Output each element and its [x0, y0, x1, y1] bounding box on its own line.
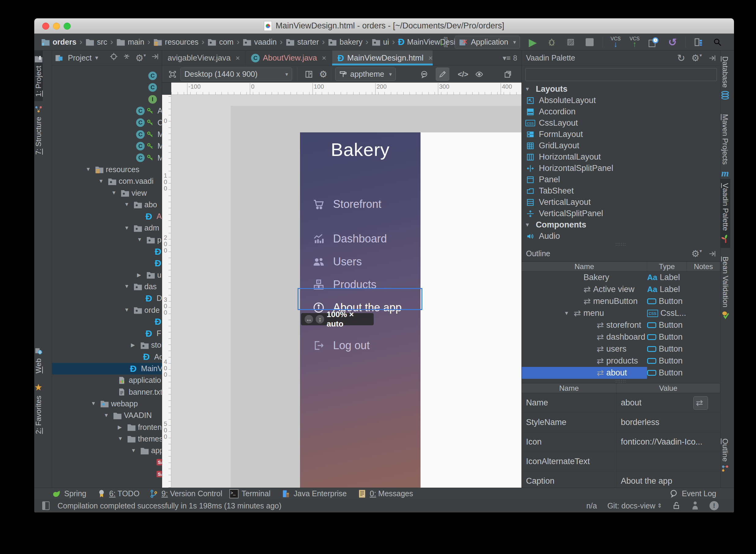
tool-stripe-button-outline[interactable]: Outline: [720, 434, 730, 478]
tree-item[interactable]: applicatio: [52, 375, 162, 386]
tree-item[interactable]: CM: [52, 140, 162, 152]
outline-row-about[interactable]: ⇄aboutButton: [522, 367, 720, 379]
breadcrumb-item[interactable]: resources: [153, 38, 199, 47]
bakery-menu-item-dashboard[interactable]: Dashboard: [312, 230, 387, 247]
tree-item[interactable]: ƉD: [52, 292, 162, 304]
palette-item-horizontalsplitpanel[interactable]: HorizontalSplitPanel: [522, 163, 720, 174]
breadcrumb-item[interactable]: bakery: [328, 38, 362, 47]
outline-row-dashboard[interactable]: ⇄dashboardButton: [522, 331, 720, 343]
tree-item[interactable]: CM: [52, 152, 162, 164]
property-value[interactable]: about⇄: [616, 393, 720, 412]
error-indicator-icon[interactable]: !: [709, 501, 719, 510]
outline-row-users[interactable]: ⇄usersButton: [522, 343, 720, 355]
tree-collapsed-icon[interactable]: ▶: [118, 424, 127, 431]
property-row-iconalternatetext[interactable]: IconAlternateText: [522, 452, 720, 472]
tool-stripe-button-web[interactable]: Web: [34, 342, 43, 378]
tree-item[interactable]: ▼app: [52, 445, 162, 456]
history-icon[interactable]: 🕓: [647, 36, 660, 48]
tool-stripe-button-1-project[interactable]: 1: Project: [34, 50, 43, 101]
run-icon[interactable]: ▶: [527, 36, 539, 48]
vcs-update-icon[interactable]: VCS↓: [609, 36, 622, 48]
tab-overflow[interactable]: ▾≡ 8: [503, 50, 522, 65]
tool-window-button-terminal[interactable]: >_Terminal: [229, 488, 270, 499]
panel-splitter[interactable]: ::::::: [522, 379, 720, 383]
breadcrumb-item[interactable]: src: [85, 38, 107, 47]
locate-icon[interactable]: [110, 53, 118, 63]
vcs-commit-icon[interactable]: VCS↑: [629, 36, 641, 48]
tool-window-button-9-version-control[interactable]: 9: Version Control: [149, 488, 222, 499]
outline-row-active-view[interactable]: ⇄Active viewAaLabel: [522, 283, 720, 295]
breadcrumb-item[interactable]: main: [116, 38, 144, 47]
tree-item[interactable]: C: [52, 70, 162, 81]
tree-expanded-icon[interactable]: ▼: [137, 237, 146, 243]
settings-arrow-icon[interactable]: ⚙▾: [692, 53, 702, 63]
palette-item-tabsheet[interactable]: TabSheet: [522, 185, 720, 197]
debug-icon[interactable]: [546, 36, 558, 48]
edit-icon[interactable]: [436, 67, 449, 81]
minimize-window-button[interactable]: [53, 22, 60, 30]
property-row-icon[interactable]: Iconfonticon://Vaadin-Ico...: [522, 432, 720, 452]
props-col-value[interactable]: Value: [616, 383, 720, 393]
outline-col-type[interactable]: Type: [647, 262, 687, 271]
hide-panel-icon[interactable]: [708, 250, 716, 258]
tool-window-button-6-todo[interactable]: 6: TODO: [97, 488, 140, 499]
outline-row-storefront[interactable]: ⇄storefrontButton: [522, 319, 720, 331]
open-browser-icon[interactable]: [501, 67, 515, 81]
palette-item-formlayout[interactable]: FormLayout: [522, 129, 720, 140]
git-branch-widget[interactable]: Git: docs-view⇕: [607, 501, 662, 510]
tree-collapsed-icon[interactable]: ▶: [137, 272, 146, 278]
editor-tab-mainviewdesign-html[interactable]: ƉMainViewDesign.html×: [332, 50, 433, 65]
zoom-window-button[interactable]: [64, 22, 71, 30]
panel-splitter[interactable]: ::::::: [522, 242, 720, 246]
tree-item[interactable]: ƉMainVie: [52, 363, 162, 375]
palette-item-gridlayout[interactable]: GridLayout: [522, 140, 720, 151]
tree-item[interactable]: ▼das: [52, 281, 162, 292]
tree-item[interactable]: Ɖ: [52, 258, 162, 269]
code-icon[interactable]: </>: [456, 67, 470, 81]
outline-col-notes[interactable]: Notes: [687, 262, 720, 271]
tree-item[interactable]: I: [52, 94, 162, 105]
rollback-icon[interactable]: ↺: [666, 36, 679, 48]
device-size-select[interactable]: Desktop (1440 x 900)▾: [180, 67, 292, 81]
palette-item-absolutelayout[interactable]: AbsoluteLayout: [522, 95, 720, 106]
outline-row-products[interactable]: ⇄productsButton: [522, 355, 720, 367]
tree-item[interactable]: ƉAcc: [52, 351, 162, 363]
tree-item[interactable]: Ɖ: [52, 246, 162, 258]
tree-collapsed-icon[interactable]: ▶: [131, 342, 140, 348]
tree-item[interactable]: ▼resources: [52, 164, 162, 175]
tree-expanded-icon[interactable]: ▼: [131, 448, 140, 454]
bakery-menu-item-users[interactable]: Users: [312, 253, 362, 270]
tree-item[interactable]: ƉF: [52, 328, 162, 339]
comment-icon[interactable]: [418, 67, 431, 81]
editor-tab-avigableview-java[interactable]: avigableView.java×: [162, 50, 246, 65]
hector-icon[interactable]: [691, 501, 699, 510]
tree-item[interactable]: ▼view: [52, 187, 162, 199]
property-value[interactable]: [616, 452, 720, 471]
bakery-app-menu[interactable]: Bakery StorefrontDashboardUsersProductsA…: [300, 132, 421, 488]
palette-item-accordion[interactable]: Accordion: [522, 106, 720, 117]
hide-panel-icon[interactable]: [151, 53, 159, 63]
breadcrumb-item[interactable]: ui: [372, 38, 389, 47]
theme-select[interactable]: apptheme▾: [335, 67, 396, 81]
tree-item[interactable]: ƉA: [52, 211, 162, 222]
breadcrumb-item[interactable]: vaadin: [242, 38, 277, 47]
width-arrows-icon[interactable]: ↔: [305, 315, 313, 324]
tree-expanded-icon[interactable]: ▼: [86, 166, 95, 172]
layout-split-icon[interactable]: [302, 67, 316, 81]
preview-icon[interactable]: [473, 67, 486, 81]
property-value[interactable]: fonticon://Vaadin-Ico...: [616, 432, 720, 452]
tree-expanded-icon[interactable]: ▼: [525, 222, 533, 228]
design-canvas[interactable]: Bakery StorefrontDashboardUsersProductsA…: [171, 95, 522, 488]
editor-tab-aboutview-java[interactable]: CAboutView.java×: [246, 50, 332, 65]
props-col-name[interactable]: Name: [522, 383, 616, 393]
tree-expanded-icon[interactable]: ▼: [124, 225, 133, 231]
palette-item-audio[interactable]: Audio: [522, 230, 720, 242]
position-widget[interactable]: n/a: [586, 501, 597, 510]
coverage-icon[interactable]: [564, 36, 577, 48]
tree-expanded-icon[interactable]: ▼: [111, 190, 120, 196]
palette-item-csslayout[interactable]: cssCssLayout: [522, 117, 720, 129]
close-window-button[interactable]: [42, 22, 49, 30]
property-row-caption[interactable]: CaptionAbout the app: [522, 472, 720, 488]
tool-stripe-button-vaadin-palette[interactable]: Vaadin Palette: [720, 179, 730, 248]
tree-item[interactable]: ▼p: [52, 234, 162, 245]
